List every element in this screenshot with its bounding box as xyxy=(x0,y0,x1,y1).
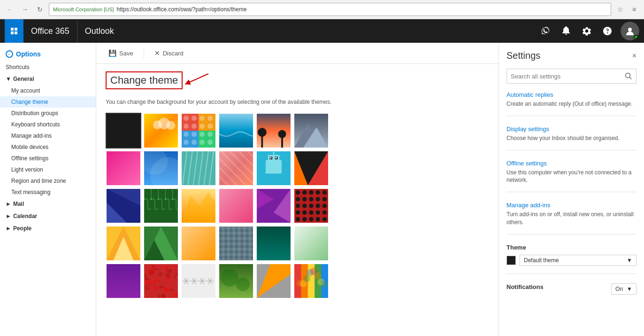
expand-mail-icon: ► xyxy=(6,201,11,207)
theme-tile-purple[interactable] xyxy=(106,263,141,299)
header-icons xyxy=(536,19,639,43)
sidebar-item-distribution-groups[interactable]: Distribution groups xyxy=(0,108,96,119)
sidebar-item-shortcuts[interactable]: Shortcuts xyxy=(0,62,96,73)
theme-tile-yellow-triangle[interactable] xyxy=(106,226,141,261)
theme-tile-black[interactable] xyxy=(106,113,141,148)
sidebar-section-calendar[interactable]: ► Calendar xyxy=(0,210,96,222)
expand-people-icon: ► xyxy=(6,225,11,232)
svg-point-3 xyxy=(626,73,630,78)
theme-tile-red-texture[interactable] xyxy=(143,263,179,299)
sidebar: ← Options Shortcuts ▼ General My account… xyxy=(0,43,96,336)
theme-tile-magenta[interactable] xyxy=(106,150,141,186)
settings-search-input[interactable] xyxy=(507,73,621,80)
sidebar-item-change-theme[interactable]: Change theme xyxy=(0,96,96,108)
sidebar-section-general[interactable]: ▼ General xyxy=(0,73,96,85)
save-icon: 💾 xyxy=(108,49,116,57)
settings-close-button[interactable]: × xyxy=(632,52,636,60)
svg-line-2 xyxy=(187,74,208,83)
theme-tile-geometric-red[interactable] xyxy=(293,150,329,186)
theme-tile-coral[interactable] xyxy=(218,150,254,186)
theme-tile-lego[interactable] xyxy=(181,113,216,148)
main-container: ← Options Shortcuts ▼ General My account… xyxy=(0,43,644,336)
url-text: https://outlook.office.com/owa/?path=/op… xyxy=(117,6,607,13)
theme-tile-grey-orange[interactable] xyxy=(256,263,291,299)
chevron-down-icon: ▼ xyxy=(627,286,632,292)
forward-button[interactable]: → xyxy=(19,3,31,16)
sidebar-item-mobile-devices[interactable]: Mobile devices xyxy=(0,141,96,153)
theme-tile-sunset[interactable] xyxy=(256,113,291,148)
toolbar-separator xyxy=(144,48,144,58)
theme-label: Theme xyxy=(506,244,636,251)
annotation-arrow xyxy=(183,71,211,90)
theme-tile-green-triangle[interactable] xyxy=(143,226,179,261)
theme-tile-ocean[interactable] xyxy=(218,113,254,148)
sidebar-item-my-account[interactable]: My account xyxy=(0,85,96,96)
sidebar-section-mail[interactable]: ► Mail xyxy=(0,198,96,210)
settings-search-box[interactable] xyxy=(506,69,636,84)
theme-tile-mountain[interactable] xyxy=(293,113,329,148)
theme-tile-polka[interactable] xyxy=(293,188,329,224)
theme-tile-light-green[interactable] xyxy=(293,226,329,261)
discard-button[interactable]: ✕ Discard xyxy=(152,47,186,59)
theme-tile-mountains-orange[interactable] xyxy=(181,188,216,224)
settings-section-offline: Offline settings Use this computer when … xyxy=(506,160,636,193)
sidebar-item-keyboard-shortcuts[interactable]: Keyboard shortcuts xyxy=(0,119,96,130)
content-area: 💾 Save ✕ Discard Change theme xyxy=(96,43,498,336)
theme-tile-green-nature[interactable] xyxy=(218,263,254,299)
back-button[interactable]: ← xyxy=(4,3,16,16)
save-button[interactable]: 💾 Save xyxy=(106,47,136,59)
theme-tile-teal-pattern[interactable] xyxy=(181,150,216,186)
browser-actions: ☆ ≡ xyxy=(614,3,640,16)
offline-settings-desc: Use this computer when you're not connec… xyxy=(506,169,636,185)
refresh-button[interactable]: ↻ xyxy=(34,3,46,16)
theme-tile-geometric-facets[interactable] xyxy=(256,188,291,224)
help-button[interactable] xyxy=(598,19,617,43)
theme-tile-circuit[interactable] xyxy=(143,188,179,224)
app-header: Office 365 Outlook xyxy=(0,19,644,43)
automatic-replies-link[interactable]: Automatic replies xyxy=(506,91,636,98)
manage-addins-link[interactable]: Manage add-ins xyxy=(506,202,636,209)
offline-settings-link[interactable]: Offline settings xyxy=(506,160,636,167)
theme-tile-yellow[interactable] xyxy=(143,113,179,148)
skype-button[interactable] xyxy=(536,19,555,43)
theme-tile-blue-abstract[interactable] xyxy=(143,150,179,186)
notifications-button[interactable] xyxy=(557,19,575,43)
app-subtitle: Outlook xyxy=(77,26,536,36)
settings-section-notifications: Notifications On ▼ xyxy=(506,283,636,302)
settings-panel-header: Settings × xyxy=(506,50,636,61)
settings-section-theme: Theme Default theme ▼ xyxy=(506,244,636,274)
theme-grid xyxy=(106,113,489,299)
manage-addins-desc: Turn add-ins on or off, install new ones… xyxy=(506,211,636,227)
theme-tile-peach[interactable] xyxy=(181,226,216,261)
theme-tile-plaid[interactable] xyxy=(218,226,254,261)
secure-badge: Microsoft Corporation [US] xyxy=(53,7,114,12)
sidebar-section-people[interactable]: ► People xyxy=(0,222,96,234)
sidebar-item-offline-settings[interactable]: Offline settings xyxy=(0,153,96,164)
theme-tile-geometric-blue[interactable] xyxy=(106,188,141,224)
theme-tile-colorful-paint[interactable] xyxy=(293,263,329,299)
sidebar-item-region-timezone[interactable]: Region and time zone xyxy=(0,175,96,187)
menu-button[interactable]: ≡ xyxy=(628,3,640,16)
options-back-link[interactable]: ← Options xyxy=(0,47,96,62)
notifications-label: Notifications xyxy=(506,283,544,290)
sidebar-item-text-messaging[interactable]: Text messaging xyxy=(0,187,96,198)
grid-icon xyxy=(11,28,17,34)
discard-icon: ✕ xyxy=(154,49,160,57)
avatar-button[interactable] xyxy=(621,22,639,40)
auto-replies-desc: Create an automatic reply (Out of office… xyxy=(506,100,636,108)
sidebar-item-light-version[interactable]: Light version xyxy=(0,164,96,175)
search-icon[interactable] xyxy=(621,69,636,84)
theme-tile-pink-light[interactable] xyxy=(218,188,254,224)
theme-tile-snowflakes[interactable] xyxy=(181,263,216,299)
settings-button[interactable] xyxy=(577,19,596,43)
theme-tile-robot[interactable] xyxy=(256,150,291,186)
theme-dropdown[interactable]: Default theme ▼ xyxy=(520,255,636,266)
notifications-dropdown[interactable]: On ▼ xyxy=(611,283,636,295)
display-settings-link[interactable]: Display settings xyxy=(506,125,636,133)
sidebar-item-manage-addins[interactable]: Manage add-ins xyxy=(0,130,96,141)
theme-tile-dark-teal[interactable] xyxy=(256,226,291,261)
address-bar[interactable]: Microsoft Corporation [US] https://outlo… xyxy=(49,3,611,16)
star-button[interactable]: ☆ xyxy=(614,3,626,16)
avatar-status-indicator xyxy=(634,35,639,40)
grid-button[interactable] xyxy=(5,19,23,43)
